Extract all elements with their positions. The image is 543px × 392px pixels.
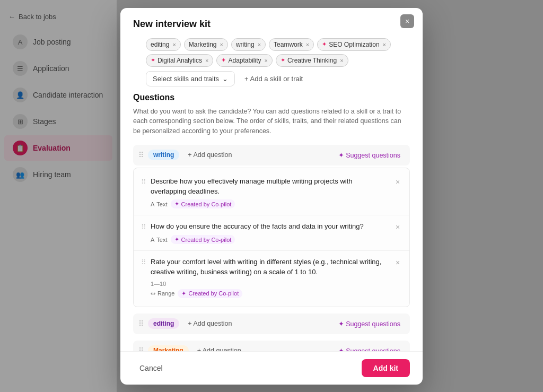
question-content-q1: Describe how you effectively manage mult… bbox=[151, 177, 402, 209]
tag-remove-creative-thinking[interactable]: × bbox=[340, 57, 343, 64]
copilot-icon-q1: ✦ bbox=[174, 201, 179, 207]
add-question-button-marketing[interactable]: + Add question bbox=[193, 345, 246, 351]
tag-label: Adaptability bbox=[228, 57, 261, 64]
tag-label: Marketing bbox=[189, 41, 217, 48]
questions-description: What do you want to ask the candidate? Y… bbox=[133, 107, 410, 136]
tag-seo: ✦SEO Optimization× bbox=[317, 38, 391, 51]
new-interview-kit-modal: New interview kit × editing×Marketing×wr… bbox=[120, 8, 423, 385]
ai-tag-icon: ✦ bbox=[221, 57, 226, 64]
question-drag-q3[interactable]: ⠿ bbox=[141, 258, 146, 266]
copilot-badge-q3: ✦Created by Co-pilot bbox=[178, 289, 242, 298]
range-label-q3: 1—10 bbox=[151, 281, 402, 287]
skill-section-marketing: ⠿ Marketing + Add question ✦ Suggest que… bbox=[133, 341, 410, 351]
question-type-q3: ⇔ Range bbox=[151, 290, 174, 297]
question-card-q2: ⠿ How do you ensure the accuracy of the … bbox=[134, 215, 409, 251]
questions-list-writing: ⠿ Describe how you effectively manage mu… bbox=[133, 168, 410, 307]
tags-area: editing×Marketing×writing×Teamwork×✦SEO … bbox=[133, 38, 410, 93]
tag-remove-digital-analytics[interactable]: × bbox=[205, 57, 208, 64]
skill-section-left-writing: ⠿ writing + Add question bbox=[138, 149, 236, 161]
type-icon-q2: A bbox=[151, 237, 154, 243]
copilot-badge-q2: ✦Created by Co-pilot bbox=[171, 235, 235, 244]
type-icon-q1: A bbox=[151, 201, 154, 207]
add-kit-button[interactable]: Add kit bbox=[362, 359, 410, 377]
cancel-button[interactable]: Cancel bbox=[133, 360, 169, 377]
suggest-questions-button-marketing[interactable]: ✦ Suggest questions bbox=[334, 345, 405, 351]
tag-label: writing bbox=[236, 41, 255, 48]
question-type-q1: A Text bbox=[151, 201, 168, 207]
copilot-icon-q2: ✦ bbox=[174, 236, 179, 243]
tag-teamwork: Teamwork× bbox=[269, 38, 314, 51]
tags-row: editing×Marketing×writing×Teamwork×✦SEO … bbox=[146, 38, 397, 67]
drag-handle-editing[interactable]: ⠿ bbox=[138, 319, 144, 328]
question-text-q1: Describe how you effectively manage mult… bbox=[151, 177, 402, 197]
question-meta-q2: A Text ✦Created by Co-pilot bbox=[151, 235, 402, 244]
copilot-icon-q3: ✦ bbox=[181, 290, 186, 297]
skill-section-left-editing: ⠿ editing + Add question bbox=[138, 318, 236, 329]
tag-remove-editing[interactable]: × bbox=[172, 41, 176, 48]
tag-label: Digital Analytics bbox=[157, 57, 202, 64]
tag-remove-seo[interactable]: × bbox=[383, 41, 386, 48]
select-skills-label: Select skills and traits bbox=[153, 75, 219, 83]
tag-editing: editing× bbox=[146, 38, 181, 51]
question-inner-q3: ⠿ Rate your comfort level with writing i… bbox=[141, 257, 402, 298]
ai-tag-icon: ✦ bbox=[322, 41, 327, 48]
add-question-button-editing[interactable]: + Add question bbox=[183, 318, 236, 329]
select-row: Select skills and traits ⌄ + Add a skill… bbox=[146, 71, 397, 86]
close-icon: × bbox=[405, 17, 409, 25]
add-question-button-writing[interactable]: + Add question bbox=[183, 149, 236, 161]
question-inner-q2: ⠿ How do you ensure the accuracy of the … bbox=[141, 222, 402, 244]
skill-section-header-marketing: ⠿ Marketing + Add question ✦ Suggest que… bbox=[133, 341, 410, 351]
modal-body: Questions What do you want to ask the ca… bbox=[120, 93, 423, 351]
skill-badge-marketing: Marketing bbox=[148, 345, 189, 351]
tag-remove-adaptability[interactable]: × bbox=[265, 57, 268, 64]
ai-tag-icon: ✦ bbox=[281, 57, 285, 64]
question-meta-q3: ⇔ Range ✦Created by Co-pilot bbox=[151, 289, 402, 298]
tag-remove-teamwork[interactable]: × bbox=[306, 41, 309, 48]
remove-question-button-q1[interactable]: × bbox=[392, 177, 403, 187]
question-text-q3: Rate your comfort level with writing in … bbox=[151, 257, 402, 277]
question-drag-q1[interactable]: ⠿ bbox=[141, 178, 146, 186]
select-skills-dropdown[interactable]: Select skills and traits ⌄ bbox=[146, 71, 235, 86]
skill-badge-editing: editing bbox=[148, 318, 179, 329]
question-type-q2: A Text bbox=[151, 237, 168, 243]
tag-label: editing bbox=[151, 41, 169, 48]
question-drag-q2[interactable]: ⠿ bbox=[141, 223, 146, 231]
close-modal-button[interactable]: × bbox=[400, 14, 414, 28]
question-card-q3: ⠿ Rate your comfort level with writing i… bbox=[134, 251, 409, 304]
tag-remove-writing[interactable]: × bbox=[258, 41, 261, 48]
tag-marketing: Marketing× bbox=[184, 38, 228, 51]
question-content-q3: Rate your comfort level with writing in … bbox=[151, 257, 402, 298]
skill-badge-writing: writing bbox=[148, 150, 179, 160]
add-skill-button[interactable]: + Add a skill or trait bbox=[240, 72, 307, 86]
copilot-badge-q1: ✦Created by Co-pilot bbox=[171, 199, 235, 208]
drag-handle-marketing[interactable]: ⠿ bbox=[138, 346, 144, 351]
modal-title: New interview kit bbox=[133, 19, 410, 30]
tag-label: SEO Optimization bbox=[329, 41, 379, 48]
tag-creative-thinking: ✦Creative Thinking× bbox=[276, 54, 348, 67]
questions-heading: Questions bbox=[133, 93, 410, 102]
skill-section-editing: ⠿ editing + Add question ✦ Suggest quest… bbox=[133, 313, 410, 334]
modal-footer: Cancel Add kit bbox=[120, 351, 423, 385]
tag-remove-marketing[interactable]: × bbox=[220, 41, 223, 48]
skill-section-left-marketing: ⠿ Marketing + Add question bbox=[138, 345, 246, 351]
question-text-q2: How do you ensure the accuracy of the fa… bbox=[151, 222, 402, 232]
modal-header: New interview kit × editing×Marketing×wr… bbox=[120, 8, 423, 93]
remove-question-button-q3[interactable]: × bbox=[392, 257, 403, 268]
skill-section-header-writing: ⠿ writing + Add question ✦ Suggest quest… bbox=[133, 145, 410, 165]
tag-writing: writing× bbox=[231, 38, 266, 51]
tag-digital-analytics: ✦Digital Analytics× bbox=[146, 54, 213, 67]
skill-sections: ⠿ writing + Add question ✦ Suggest quest… bbox=[133, 145, 410, 351]
question-content-q2: How do you ensure the accuracy of the fa… bbox=[151, 222, 402, 244]
ai-tag-icon: ✦ bbox=[151, 57, 155, 64]
add-skill-label: + Add a skill or trait bbox=[244, 75, 303, 83]
tag-label: Creative Thinking bbox=[287, 57, 337, 64]
skill-section-writing: ⠿ writing + Add question ✦ Suggest quest… bbox=[133, 145, 410, 307]
tag-label: Teamwork bbox=[274, 41, 303, 48]
skill-section-header-editing: ⠿ editing + Add question ✦ Suggest quest… bbox=[133, 313, 410, 334]
remove-question-button-q2[interactable]: × bbox=[392, 222, 403, 232]
suggest-questions-button-writing[interactable]: ✦ Suggest questions bbox=[334, 149, 405, 161]
question-inner-q1: ⠿ Describe how you effectively manage mu… bbox=[141, 177, 402, 209]
type-icon-q3: ⇔ bbox=[151, 290, 155, 297]
suggest-questions-button-editing[interactable]: ✦ Suggest questions bbox=[334, 318, 405, 330]
drag-handle-writing[interactable]: ⠿ bbox=[138, 151, 144, 159]
